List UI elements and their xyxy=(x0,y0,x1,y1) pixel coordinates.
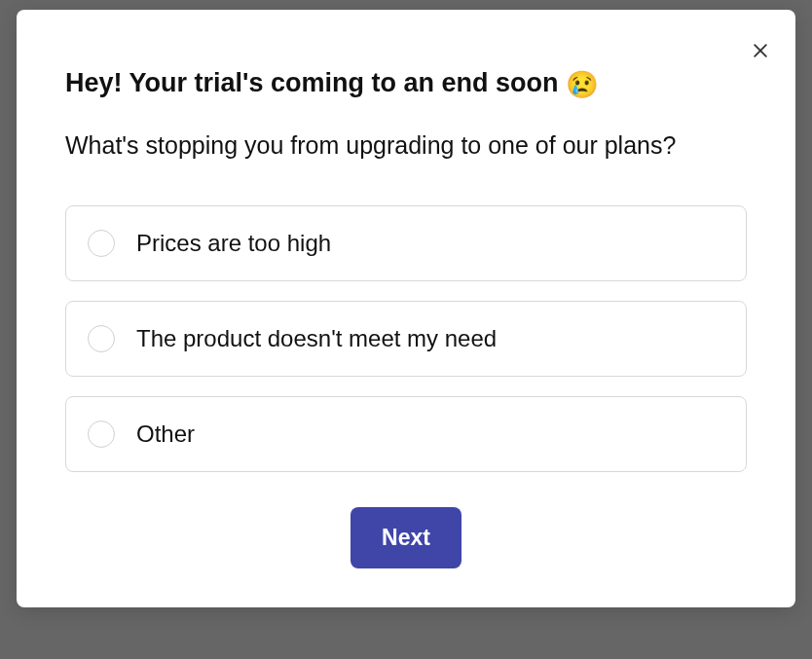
modal-footer: Next xyxy=(65,507,747,568)
modal-title: Hey! Your trial's coming to an end soon … xyxy=(65,68,747,100)
radio-icon xyxy=(88,421,115,448)
options-list: Prices are too high The product doesn't … xyxy=(65,205,747,472)
close-icon xyxy=(751,41,770,60)
option-label: Other xyxy=(136,421,195,448)
radio-icon xyxy=(88,325,115,352)
next-button[interactable]: Next xyxy=(351,507,461,568)
option-prices-too-high[interactable]: Prices are too high xyxy=(65,205,747,281)
option-label: The product doesn't meet my need xyxy=(136,325,497,352)
option-label: Prices are too high xyxy=(136,230,331,257)
crying-emoji: 😢 xyxy=(566,69,599,100)
radio-icon xyxy=(88,230,115,257)
title-text: Hey! Your trial's coming to an end soon xyxy=(65,68,559,97)
survey-modal: Hey! Your trial's coming to an end soon … xyxy=(17,10,795,607)
close-button[interactable] xyxy=(747,37,774,64)
survey-question: What's stopping you from upgrading to on… xyxy=(65,128,747,163)
option-product-need[interactable]: The product doesn't meet my need xyxy=(65,301,747,377)
option-other[interactable]: Other xyxy=(65,396,747,472)
